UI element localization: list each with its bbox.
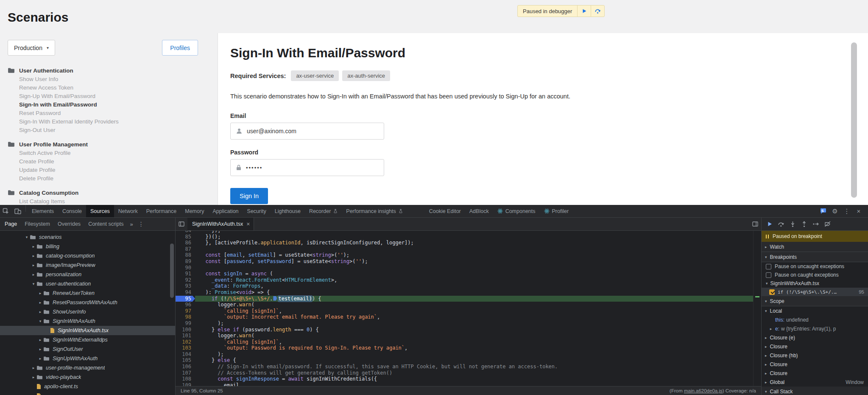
code-line-106[interactable]: 106 // Sign-In with email/password. If s… <box>176 364 753 370</box>
file-tree-folder-scenarios[interactable]: ▾scenarios <box>0 233 175 242</box>
breakpoint-entry[interactable]: if (!/\S+@\S+\.\S+/.… 95 <box>762 288 868 296</box>
breakpoint-line-number[interactable]: 95 <box>176 296 195 302</box>
scenario-item-create-profile[interactable]: Create Profile <box>8 157 218 166</box>
code-line-86[interactable]: 86 }, [activeProfile.applicationId, isDi… <box>176 240 753 246</box>
file-tree-folder-user-profile-management[interactable]: ▸user-profile-management <box>0 363 175 373</box>
close-devtools-icon[interactable]: × <box>853 205 865 217</box>
scope-section-header[interactable]: ▾ Scope <box>762 296 868 306</box>
code-line-104[interactable]: 104 ); <box>176 351 753 358</box>
watch-section-header[interactable]: ▸ Watch <box>762 242 868 252</box>
devtools-tab-profiler[interactable]: Profiler <box>540 205 573 217</box>
code-line-87[interactable]: 87 <box>176 246 753 252</box>
line-number[interactable]: 87 <box>176 246 195 252</box>
editor-scrollbar[interactable] <box>753 231 761 386</box>
scope-variable-e[interactable]: ▸e: w {tryEntries: Array(1), p <box>762 324 868 333</box>
devtools-tab-performance[interactable]: Performance <box>142 205 181 217</box>
scenario-item-renew-access-token[interactable]: Renew Access Token <box>8 84 218 92</box>
code-line-90[interactable]: 90 <box>176 265 753 271</box>
overlay-resume-button[interactable] <box>577 6 591 17</box>
checkbox-unchecked[interactable] <box>766 264 771 269</box>
line-number[interactable]: 92 <box>176 277 195 283</box>
code-line-100[interactable]: 100 } else if (password.length === 0) { <box>176 327 753 333</box>
navigator-tab-content-scripts[interactable]: Content scripts <box>84 218 127 230</box>
line-number[interactable]: 97 <box>176 308 195 314</box>
file-tree-folder-signinwithaxauth[interactable]: ▾SignInWithAxAuth <box>0 317 175 326</box>
devtools-tab-security[interactable]: Security <box>243 205 271 217</box>
checkbox-checked[interactable] <box>769 289 775 295</box>
disclosure-triangle-icon[interactable]: ▸ <box>37 300 43 305</box>
devtools-tab-adblock[interactable]: AdBlock <box>465 205 493 217</box>
line-number[interactable]: 106 <box>176 364 195 370</box>
navigator-tab-page[interactable]: Page <box>1 218 21 230</box>
disclosure-triangle-icon[interactable]: ▸ <box>37 356 43 361</box>
devtools-tab-application[interactable]: Application <box>208 205 243 217</box>
code-line-109[interactable]: 109 email, <box>176 382 753 386</box>
code-line-92[interactable]: 92 _event: React.FormEvent<HTMLFormEleme… <box>176 277 753 283</box>
disclosure-triangle-icon[interactable]: ▸ <box>37 338 43 342</box>
disclosure-triangle-icon[interactable]: ▸ <box>31 375 36 379</box>
disclosure-triangle-icon[interactable]: ▾ <box>24 235 30 239</box>
line-number[interactable]: 109 <box>176 382 195 386</box>
scenario-item-sign-out-user[interactable]: Sign-Out User <box>8 126 218 134</box>
line-number[interactable]: 107 <box>176 370 195 376</box>
code-line-85[interactable]: 85 })(); <box>176 234 753 240</box>
scope-group-global[interactable]: ▸GlobalWindow <box>762 378 868 387</box>
disclosure-triangle-icon[interactable]: ▸ <box>31 272 36 277</box>
line-number[interactable]: 91 <box>176 271 195 277</box>
page-scrollbar[interactable] <box>851 42 857 203</box>
scrollbar-thumb[interactable] <box>851 42 857 198</box>
code-line-96[interactable]: 96 logger.warn( <box>176 302 753 308</box>
more-tabs-icon[interactable]: » <box>128 221 136 227</box>
devtools-tab-cookie-editor[interactable]: Cookie Editor <box>425 205 465 217</box>
pause-caught-checkbox-row[interactable]: Pause on caught exceptions <box>762 271 868 279</box>
file-tree-file-apollo-client-ts[interactable]: apollo-client.ts <box>0 382 175 391</box>
file-tree-folder-personalization[interactable]: ▸personalization <box>0 270 175 279</box>
navigator-scrollbar[interactable] <box>170 244 174 298</box>
callstack-section-header[interactable]: ▾ Call Stack <box>762 387 868 395</box>
code-line-91[interactable]: 91 const signIn = async ( <box>176 271 753 277</box>
scope-group-local[interactable]: ▾Local <box>762 306 868 315</box>
settings-gear-icon[interactable]: ⚙ <box>829 205 841 217</box>
devtools-tab-performance-insights[interactable]: Performance insights <box>342 205 407 217</box>
disclosure-triangle-icon[interactable]: ▾ <box>31 282 36 286</box>
line-number[interactable]: 85 <box>176 234 195 240</box>
code-line-88[interactable]: 88 const [email, setEmail] = useState<st… <box>176 252 753 258</box>
line-number[interactable]: 108 <box>176 376 195 382</box>
code-line-108[interactable]: 108 const signInResponse = await signInW… <box>176 376 753 382</box>
disclosure-triangle-icon[interactable]: ▸ <box>37 347 43 351</box>
code-line-93[interactable]: 93 _data: FormProps, <box>176 283 753 289</box>
line-number[interactable]: 98 <box>176 314 195 320</box>
scenario-item-list-catalog-items[interactable]: List Catalog Items <box>8 197 218 205</box>
scenario-item-delete-profile[interactable]: Delete Profile <box>8 174 218 183</box>
navigator-tab-overrides[interactable]: Overrides <box>54 218 84 230</box>
devtools-tab-components[interactable]: Components <box>493 205 540 217</box>
step-button[interactable] <box>812 221 819 227</box>
navigator-tab-filesystem[interactable]: Filesystem <box>21 218 54 230</box>
password-field[interactable]: •••••• <box>230 159 384 176</box>
line-number[interactable]: 104 <box>176 351 195 358</box>
devtools-tab-recorder[interactable]: Recorder <box>305 205 342 217</box>
breakpoints-section-header[interactable]: ▾ Breakpoints <box>762 252 868 262</box>
scenario-item-reset-password[interactable]: Reset Password <box>8 109 218 118</box>
line-number[interactable]: 94 <box>176 289 195 296</box>
file-tree-folder-billing[interactable]: ▸billing <box>0 242 175 251</box>
scenario-item-sign-in-with-external-identity-providers[interactable]: Sign-In With External Identity Providers <box>8 118 218 126</box>
step-over-button[interactable] <box>778 221 784 227</box>
devtools-tab-memory[interactable]: Memory <box>181 205 208 217</box>
device-toolbar-icon[interactable] <box>12 205 24 217</box>
devtools-tab-network[interactable]: Network <box>114 205 142 217</box>
line-number[interactable]: 102 <box>176 339 195 345</box>
line-number[interactable]: 96 <box>176 302 195 308</box>
inspect-element-icon[interactable] <box>0 205 12 217</box>
file-tree-folder-video-playback[interactable]: ▸video-playback <box>0 373 175 382</box>
scenario-item-sign-up-with-email-password[interactable]: Sign-Up With Email/Password <box>8 92 218 101</box>
devtools-tab-elements[interactable]: Elements <box>28 205 58 217</box>
line-number[interactable]: 89 <box>176 258 195 265</box>
sidebar-folder-user-profile-management[interactable]: User Profile Management <box>8 140 218 149</box>
disclosure-triangle-icon[interactable]: ▸ <box>37 310 43 314</box>
devtools-tab-lighthouse[interactable]: Lighthouse <box>271 205 305 217</box>
code-line-98[interactable]: 98 `output: Incorrect email format. Plea… <box>176 314 753 320</box>
toggle-debugger-sidebar-icon[interactable] <box>749 218 761 230</box>
issues-counter[interactable]: 5 <box>817 205 829 217</box>
disclosure-triangle-icon[interactable]: ▸ <box>31 254 36 258</box>
